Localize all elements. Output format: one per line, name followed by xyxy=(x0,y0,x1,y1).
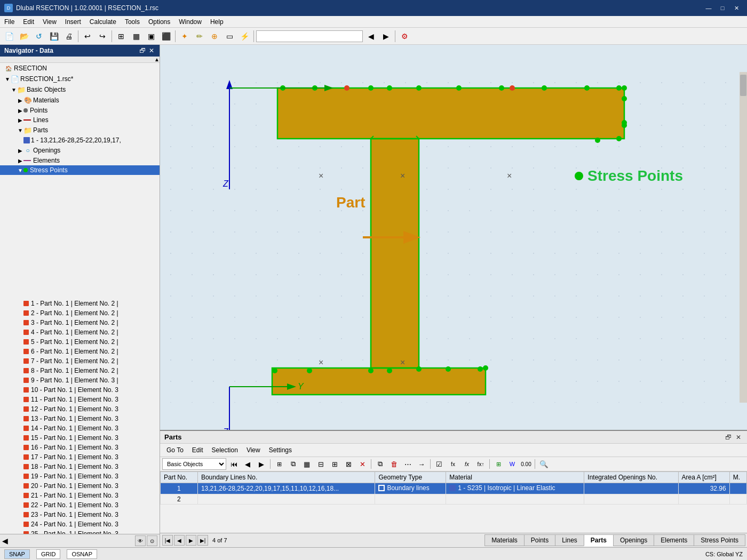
stress-item-7[interactable]: 7 - Part No. 1 | Element No. 2 | xyxy=(0,356,160,366)
grid-button[interactable]: ⊞ xyxy=(114,29,128,43)
basic-objects-toggle[interactable]: ▼ xyxy=(11,86,17,93)
parts-tb-fx[interactable]: fx xyxy=(447,458,459,470)
lines-toggle[interactable]: ▶ xyxy=(17,117,23,123)
menu-options[interactable]: Options xyxy=(144,17,174,27)
tree-lines[interactable]: ▶ Lines xyxy=(0,115,160,125)
stress-item-11[interactable]: 11 - Part No. 1 | Element No. 3 xyxy=(0,395,160,404)
parts-tb-prev[interactable]: ◀ xyxy=(241,458,254,470)
canvas-area[interactable]: Z Y Z × × xyxy=(160,45,747,430)
parts-tb-copy2[interactable]: ⧉ xyxy=(374,458,386,470)
parts-tb-more[interactable]: ⋯ xyxy=(401,458,414,470)
light-button[interactable]: ✦ xyxy=(178,29,192,43)
maximize-button[interactable]: □ xyxy=(716,3,729,13)
stress-item-23[interactable]: 23 - Part No. 1 | Element No. 3 xyxy=(0,510,160,519)
stress-points-toggle[interactable]: ▼ xyxy=(17,167,23,173)
stress-item-16[interactable]: 16 - Part No. 1 | Element No. 3 xyxy=(0,443,160,452)
view-combo[interactable] xyxy=(256,30,363,42)
parts-tb-expand[interactable]: ⊠ xyxy=(342,458,355,470)
stress-item-1[interactable]: 1 - Part No. 1 | Element No. 2 | xyxy=(0,299,160,308)
stress-item-14[interactable]: 14 - Part No. 1 | Element No. 3 xyxy=(0,423,160,433)
stress-item-21[interactable]: 21 - Part No. 1 | Element No. 3 xyxy=(0,491,160,500)
zoom-button[interactable]: ⊕ xyxy=(208,29,221,43)
stress-item-25[interactable]: 25 - Part No. 1 | Element No. 3 xyxy=(0,529,160,534)
tab-nav-first[interactable]: |◀ xyxy=(162,535,173,546)
menu-insert[interactable]: Insert xyxy=(61,17,85,27)
undo-button[interactable]: ↩ xyxy=(81,29,94,43)
table-row-1[interactable]: 1 13,21,26-28,25-22,20,19,17,15,11,10,12… xyxy=(161,483,747,494)
table-button[interactable]: ▦ xyxy=(129,29,143,43)
stress-item-3[interactable]: 3 - Part No. 1 | Element No. 2 | xyxy=(0,318,160,327)
parts-tb-search[interactable]: 🔍 xyxy=(537,458,550,470)
stress-item-18[interactable]: 18 - Part No. 1 | Element No. 3 xyxy=(0,462,160,471)
parts-panel-close-button[interactable]: ✕ xyxy=(734,434,743,441)
menu-file[interactable]: File xyxy=(0,17,19,27)
nav-settings-button[interactable]: ⊙ xyxy=(147,535,157,546)
render-button[interactable]: ⚙ xyxy=(398,29,411,43)
stress-item-20[interactable]: 20 - Part No. 1 | Element No. 3 xyxy=(0,481,160,491)
tree-openings[interactable]: ▶ ○ Openings xyxy=(0,145,160,156)
export-button[interactable]: ⬛ xyxy=(159,29,173,43)
tree-elements[interactable]: ▶ Elements xyxy=(0,156,160,165)
status-snap[interactable]: SNAP xyxy=(4,549,30,559)
parts-tb-num[interactable]: 0.00 xyxy=(520,458,533,470)
stress-item-2[interactable]: 2 - Part No. 1 | Element No. 2 | xyxy=(0,308,160,318)
parts-panel-restore-button[interactable]: 🗗 xyxy=(724,434,733,441)
stress-item-4[interactable]: 4 - Part No. 1 | Element No. 2 | xyxy=(0,327,160,337)
redo-button[interactable]: ↪ xyxy=(96,29,109,43)
refresh-button[interactable]: ↺ xyxy=(32,29,46,43)
parts-menu-selection[interactable]: Selection xyxy=(209,445,241,455)
menu-window[interactable]: Window xyxy=(174,17,206,27)
save-button[interactable]: 💾 xyxy=(47,29,61,43)
new-button[interactable]: 📄 xyxy=(2,29,16,43)
navigator-close-button[interactable]: ✕ xyxy=(148,47,155,54)
openings-toggle[interactable]: ▶ xyxy=(17,147,23,154)
tab-points[interactable]: Points xyxy=(524,534,555,546)
parts-menu-goto[interactable]: Go To xyxy=(163,445,187,455)
status-grid[interactable]: GRID xyxy=(36,549,61,559)
parts-tb-view3[interactable]: ⊞ xyxy=(328,458,341,470)
stress-item-8[interactable]: 8 - Part No. 1 | Element No. 2 | xyxy=(0,366,160,375)
stress-item-6[interactable]: 6 - Part No. 1 | Element No. 2 | xyxy=(0,347,160,356)
navigator-restore-button[interactable]: 🗗 xyxy=(138,47,147,54)
parts-tb-table[interactable]: ▦ xyxy=(300,458,313,470)
nav-collapse-button[interactable]: ◀ xyxy=(2,535,8,546)
snap-button[interactable]: ⚡ xyxy=(237,29,251,43)
stress-item-22[interactable]: 22 - Part No. 1 | Element No. 3 xyxy=(0,500,160,510)
materials-toggle[interactable]: ▶ xyxy=(17,97,23,103)
menu-help[interactable]: Help xyxy=(206,17,228,27)
close-button[interactable]: ✕ xyxy=(730,3,743,13)
parts-tb-excel[interactable]: ⊞ xyxy=(492,458,505,470)
cursor-button[interactable]: ✏ xyxy=(193,29,206,43)
stress-item-17[interactable]: 17 - Part No. 1 | Element No. 3 xyxy=(0,452,160,462)
menu-view[interactable]: View xyxy=(38,17,61,27)
parts-tb-fx2[interactable]: fx xyxy=(460,458,473,470)
tab-nav-last[interactable]: ▶| xyxy=(197,535,208,546)
parts-tb-view2[interactable]: ⊟ xyxy=(314,458,327,470)
stress-item-12[interactable]: 12 - Part No. 1 | Element No. 3 xyxy=(0,404,160,414)
tab-nav-next[interactable]: ▶ xyxy=(186,535,196,546)
parts-toggle[interactable]: ▼ xyxy=(17,127,23,133)
stress-item-10[interactable]: 10 - Part No. 1 | Element No. 3 xyxy=(0,385,160,395)
parts-tb-prev2[interactable]: ⏮ xyxy=(227,458,240,470)
tree-part-detail[interactable]: 1 - 13,21,26-28,25-22,20,19,17, xyxy=(0,135,160,145)
stress-item-24[interactable]: 24 - Part No. 1 | Element No. 3 xyxy=(0,519,160,529)
parts-tb-filter[interactable]: ⊞ xyxy=(273,458,285,470)
elements-toggle[interactable]: ▶ xyxy=(17,157,23,164)
parts-tb-next[interactable]: ▶ xyxy=(255,458,268,470)
next-view-button[interactable]: ▶ xyxy=(379,29,393,43)
parts-tb-check[interactable]: ☑ xyxy=(433,458,446,470)
tab-lines[interactable]: Lines xyxy=(555,534,584,546)
stress-item-5[interactable]: 5 - Part No. 1 | Element No. 2 | xyxy=(0,337,160,347)
table-row-2[interactable]: 2 xyxy=(161,494,747,505)
tree-points[interactable]: ▶ Points xyxy=(0,106,160,115)
points-toggle[interactable]: ▶ xyxy=(17,107,23,114)
parts-tb-delete[interactable]: ✕ xyxy=(356,458,369,470)
tab-openings[interactable]: Openings xyxy=(613,534,654,546)
parts-menu-settings[interactable]: Settings xyxy=(266,445,295,455)
minimize-button[interactable]: — xyxy=(702,3,715,13)
prev-view-button[interactable]: ◀ xyxy=(364,29,378,43)
menu-calculate[interactable]: Calculate xyxy=(85,17,121,27)
open-button[interactable]: 📂 xyxy=(17,29,31,43)
parts-tb-copy[interactable]: ⧉ xyxy=(287,458,299,470)
tree-basic-objects[interactable]: ▼ 📁 Basic Objects xyxy=(0,84,160,95)
